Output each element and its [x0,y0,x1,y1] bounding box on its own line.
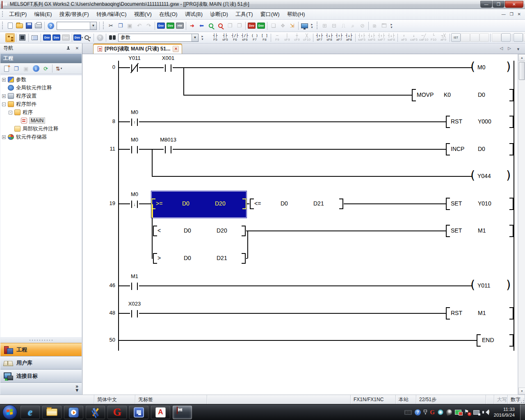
device-find-icon[interactable]: Dev [42,33,52,42]
device-batch-icon[interactable]: Dev [256,21,266,30]
print-icon[interactable] [34,21,43,30]
contact-m0[interactable]: ↓ [130,201,139,208]
ladder-symbol-F7[interactable]: ( )F7 [250,33,260,43]
contact-m8013[interactable] [164,146,173,153]
compare-le[interactable] [249,199,344,209]
mdi-minimize-button[interactable]: — [502,12,506,16]
inline-st-icon[interactable]: IST [451,33,461,42]
taskbar-clock[interactable]: 11:332016/9/24 [494,406,515,418]
tab-scroll-left-icon[interactable]: ◁ [500,46,503,50]
tree-item-program-setting[interactable]: +程序设置 [0,92,82,100]
data-info-icon[interactable]: i [31,64,41,73]
monitor-write-icon[interactable] [501,33,511,42]
tab-main-program[interactable]: [PRG]读取 MAIN (只读) 51... ✕ [93,43,182,54]
ladder-symbol-saF6[interactable]: ┤↓├saF6 [367,33,377,43]
redo-icon[interactable]: ↷ [144,21,153,30]
menu-online[interactable]: 在线(O) [155,9,181,19]
navigation-splitter[interactable] [0,338,82,343]
monitor-stop-icon[interactable] [216,21,225,30]
menu-grip[interactable] [2,11,4,18]
note-edit-icon[interactable]: ⇲ [288,21,297,30]
ladder-symbol-aF5[interactable]: ↑aF5 [399,33,409,43]
write-mode-icon[interactable] [479,33,489,42]
compare-gt[interactable] [153,253,246,263]
tray-satellite-icon[interactable] [446,409,452,415]
tab-scroll-right-icon[interactable]: ▷ [508,46,511,50]
monitor-start-icon[interactable] [206,21,216,30]
ladder-symbol-aF8[interactable]: ┤↓├aF8 [344,33,354,43]
pulse-convert-icon[interactable]: ⎍ [339,21,348,30]
toolbar2-overflow[interactable]: ▸▾ [200,33,205,42]
ladder-symbol-F6[interactable]: ┤/├F6 [230,33,240,43]
toolbar1b-overflow[interactable]: ▸▾ [389,21,394,30]
menu-find-replace[interactable]: 搜索/替换(F) [56,9,93,19]
tray-keyboard-icon[interactable] [404,410,412,415]
contact-m1[interactable] [130,283,139,290]
monitor-resume-icon[interactable]: ❐ [235,21,244,30]
ladder-symbol-sF5[interactable]: ┤├sF5 [220,33,230,43]
refresh-data-icon[interactable]: ⟳ [41,64,50,73]
scale-down-icon[interactable]: ⊟ [329,21,339,30]
find-icon[interactable] [107,33,117,42]
tray-cd-icon[interactable] [438,409,443,415]
monitor-pause-icon[interactable]: ❐ [225,21,235,30]
new-data-icon[interactable] [2,64,11,73]
hardware-icon[interactable]: HW [175,21,185,30]
tree-item-device-memory[interactable]: +软元件存储器 [0,133,82,141]
scroll-up-icon[interactable]: ▲ [518,54,525,61]
tray-expand-icon[interactable]: ▾ [424,410,427,415]
expand-icon[interactable]: - [2,103,6,106]
tree-item-global-comment[interactable]: 全局软元件注释 [0,84,82,92]
expand-icon[interactable]: - [9,111,12,114]
menu-view[interactable]: 视图(V) [130,9,155,19]
expand-icon[interactable]: + [2,135,6,139]
tree-item-main[interactable]: MAIN [0,116,82,125]
device-monitor-icon[interactable]: Dev [166,21,175,30]
comment-edit-icon[interactable]: ❏ [269,21,278,30]
scroll-down-icon[interactable]: ▼ [518,388,525,395]
project-combo-dropdown-icon[interactable]: ▼ [90,22,96,30]
ladder-symbol-cF9[interactable]: ┼cF9 [292,33,302,43]
start-button[interactable] [2,405,17,420]
ladder-symbol-cF10[interactable]: ╳cF10 [302,33,312,43]
tree-item-local-comment[interactable]: 局部软元件注释 [0,125,82,133]
cut-icon[interactable]: ✂ [106,21,116,30]
ladder-symbol-sF6[interactable]: ┤/├sF6 [240,33,250,43]
expand-icon[interactable]: + [2,94,6,98]
taskbar-explorer-button[interactable] [42,406,62,419]
ladder-symbol-caF5[interactable]: ↓caF5 [409,33,419,43]
toolbar-grip[interactable] [103,21,105,30]
taskbar-design-tool-button[interactable] [86,406,105,419]
watch-start-icon[interactable]: ⌕ [348,21,358,30]
menu-project[interactable]: 工程(P) [5,9,30,19]
minimize-button[interactable]: — [480,1,492,8]
project-combo[interactable]: ▼ [57,22,97,30]
vertical-scrollbar[interactable]: ▲ ▼ [518,54,525,395]
ladder-editor[interactable]: 081119464850Y011X001↑M0M0M8013↓M0M1X023(… [82,54,518,395]
new-project-icon[interactable] [5,21,15,30]
statement-display-icon[interactable] [523,33,525,42]
ladder-symbol-aF9[interactable]: ┬╳aF9 [438,33,448,43]
menu-help[interactable]: 帮助(H) [283,9,309,19]
compare-lt[interactable] [153,226,246,236]
find-target-combo[interactable]: 参数▼ [118,34,199,42]
menu-diagnostics[interactable]: 诊断(D) [206,9,232,19]
device-replace-icon[interactable]: Dev [61,33,71,42]
expand-icon[interactable]: + [2,78,6,82]
mdi-close-button[interactable]: ✕ [518,12,521,16]
scrollbar-thumb[interactable] [519,62,525,80]
copy-icon[interactable]: ❐ [116,21,125,30]
sort-icon[interactable]: ⇅▾ [54,64,64,73]
device-table-icon[interactable]: Dev [52,33,61,42]
parameter-check-icon[interactable]: 🗔 [379,21,389,30]
pin-icon[interactable] [66,46,71,51]
connection-destination-button[interactable]: 连接目标 [0,369,82,382]
help-dim-icon[interactable]: ? [95,33,105,42]
device-comment-icon[interactable]: Dev [156,21,166,30]
navigation-close-icon[interactable]: ✕ [74,46,80,50]
paste-data-icon[interactable]: ▣ [21,64,31,73]
user-library-button[interactable]: 用户库 [0,356,82,369]
taskbar-g-app-button[interactable]: G [107,406,127,419]
pc-monitor-icon[interactable] [300,21,309,30]
ladder-symbol-sF9[interactable]: │sF9 [282,33,292,43]
